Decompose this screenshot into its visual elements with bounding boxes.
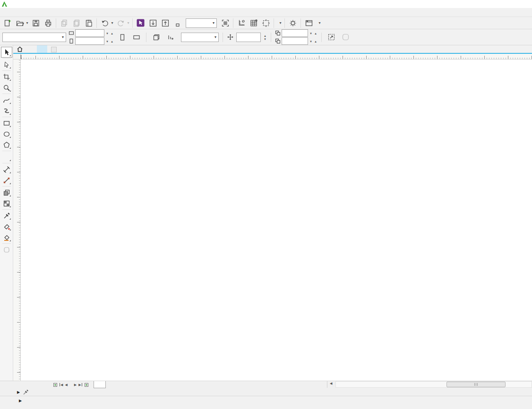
first-page-button[interactable]: ◀: [60, 383, 63, 387]
paste-button[interactable]: [83, 17, 94, 29]
document-tab-bar: [13, 45, 532, 54]
color-palette-bar: ▶: [0, 388, 532, 396]
spin-down-icon[interactable]: ▾: [105, 40, 109, 43]
eyedropper-icon[interactable]: [23, 389, 29, 395]
publish-pdf-button[interactable]: [172, 17, 183, 29]
transparency-tool[interactable]: [1, 198, 12, 209]
ruler-origin-corner[interactable]: [13, 54, 21, 60]
interactive-fill-tool[interactable]: [1, 221, 12, 232]
zoom-level-input[interactable]: [188, 20, 207, 26]
show-grid-button[interactable]: [248, 17, 259, 29]
status-bar: ▶: [0, 396, 532, 409]
launch-window-icon[interactable]: [303, 17, 315, 29]
pick-tool[interactable]: [1, 47, 12, 58]
disabled-outline-button: [340, 32, 352, 43]
spin-up-icon[interactable]: ▴: [263, 34, 267, 37]
drop-shadow-tool[interactable]: [1, 187, 12, 198]
duplicate-y-icon: [275, 38, 281, 44]
connector-tool[interactable]: [1, 175, 12, 186]
print-button[interactable]: [42, 17, 54, 29]
add-page-start-button[interactable]: [53, 383, 58, 387]
freehand-tool[interactable]: [1, 94, 12, 105]
drawing-canvas[interactable]: [21, 60, 532, 381]
artwork-svg: [21, 60, 532, 381]
export-button[interactable]: [159, 17, 171, 29]
spin-up-icon[interactable]: ▴: [110, 40, 114, 43]
spin-up-icon[interactable]: ▴: [314, 40, 317, 43]
chevron-down-icon[interactable]: ▾: [62, 35, 64, 39]
toolbar-separator: [223, 33, 223, 42]
tab-welcome-screen[interactable]: [26, 45, 37, 53]
page-tab[interactable]: [94, 381, 106, 388]
portrait-orientation-button[interactable]: [116, 32, 128, 43]
full-screen-preview-button[interactable]: [219, 17, 231, 29]
next-page-button[interactable]: ▶: [74, 383, 77, 387]
landscape-orientation-button[interactable]: [130, 32, 142, 43]
spin-up-icon[interactable]: ▴: [110, 32, 114, 35]
parallel-dimension-tool[interactable]: [1, 164, 12, 175]
toolbox-separator: [2, 163, 11, 163]
page-width-icon: [69, 30, 74, 36]
coreldraw-logo-icon: [1, 1, 8, 7]
page-height-input[interactable]: [75, 37, 104, 45]
new-document-button[interactable]: [1, 17, 13, 29]
zoom-tool[interactable]: [1, 82, 12, 93]
undo-dropdown-caret[interactable]: ▾: [110, 21, 114, 25]
page-preset-combo[interactable]: ▾: [2, 33, 66, 42]
zoom-levels-combo[interactable]: ▾: [186, 18, 217, 28]
smart-fill-tool[interactable]: [1, 232, 12, 243]
snap-to-dropdown-caret[interactable]: ▾: [278, 21, 283, 25]
save-button[interactable]: [30, 17, 42, 29]
chevron-down-icon[interactable]: ▾: [213, 21, 215, 25]
treat-as-filled-button[interactable]: [326, 32, 337, 43]
show-rulers-button[interactable]: [235, 17, 247, 29]
spin-down-icon[interactable]: ▾: [309, 32, 313, 35]
artistic-media-tool[interactable]: [1, 105, 12, 116]
page-width-input[interactable]: [75, 29, 104, 37]
ruler-cursor-marker: [21, 55, 21, 59]
duplicate-distance-group: ▾▴ ▾▴: [275, 29, 317, 45]
chevron-down-icon[interactable]: ▾: [215, 35, 216, 39]
ellipse-tool[interactable]: [1, 128, 12, 139]
spin-up-icon[interactable]: ▴: [314, 32, 317, 35]
all-pages-button[interactable]: [150, 32, 162, 43]
palette-flyout-arrow[interactable]: ▶: [17, 390, 20, 394]
duplicate-x-input[interactable]: [282, 29, 308, 37]
page-nav-controls: ◀ ◀ ▶ ▶: [53, 383, 89, 387]
scroll-left-arrow[interactable]: ◀: [330, 382, 332, 385]
launch-dropdown-caret[interactable]: ▾: [317, 21, 322, 25]
rectangle-tool[interactable]: [1, 118, 12, 128]
tab-untitled-document[interactable]: [37, 45, 47, 53]
status-flyout-arrow[interactable]: ▶: [19, 399, 22, 403]
open-dropdown-caret[interactable]: ▾: [25, 21, 29, 25]
options-gear-icon[interactable]: [287, 17, 299, 29]
shape-tool[interactable]: [1, 59, 12, 70]
horizontal-scrollbar[interactable]: [335, 381, 532, 388]
undo-button[interactable]: [99, 17, 111, 29]
current-page-button[interactable]: [164, 32, 176, 43]
duplicate-y-input[interactable]: [282, 37, 308, 45]
polygon-tool[interactable]: [1, 139, 12, 150]
text-tool[interactable]: [1, 152, 12, 162]
scrollbar-thumb[interactable]: [446, 382, 506, 387]
toolbar-separator: [132, 18, 133, 28]
previous-page-button[interactable]: ◀: [65, 383, 67, 387]
crop-tool[interactable]: [1, 71, 12, 82]
show-guidelines-button[interactable]: [260, 17, 272, 29]
vertical-ruler[interactable]: [13, 60, 21, 381]
toolbox-separator: [2, 70, 11, 71]
add-page-end-button[interactable]: [84, 383, 89, 387]
spin-down-icon[interactable]: ▾: [105, 32, 109, 35]
units-combo[interactable]: ▾: [181, 33, 219, 42]
color-eyedropper-tool[interactable]: [1, 210, 12, 221]
last-page-button[interactable]: ▶: [78, 383, 82, 387]
horizontal-ruler[interactable]: [21, 54, 532, 60]
application-launcher-icon[interactable]: [135, 17, 146, 29]
spin-down-icon[interactable]: ▾: [309, 40, 313, 43]
import-button[interactable]: [147, 17, 159, 29]
spin-down-icon[interactable]: ▾: [263, 37, 267, 41]
nudge-distance-input[interactable]: [236, 33, 261, 42]
home-icon[interactable]: [13, 45, 26, 53]
duplicate-x-icon: [275, 30, 281, 36]
open-document-button[interactable]: [14, 17, 26, 29]
